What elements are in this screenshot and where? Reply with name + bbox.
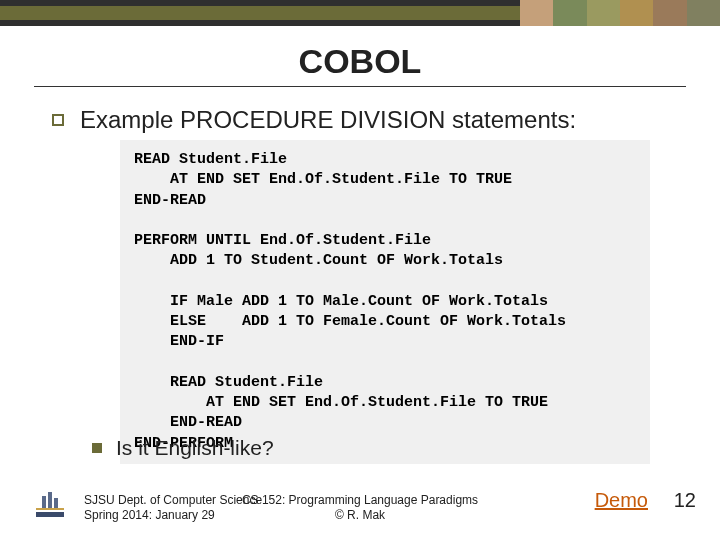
top-bar — [0, 0, 720, 26]
sjsu-logo-icon — [32, 486, 68, 522]
svg-rect-2 — [42, 496, 46, 508]
footer-left: SJSU Dept. of Computer Science Spring 20… — [84, 493, 262, 524]
accent-swatch — [587, 0, 620, 26]
slide-title: COBOL — [0, 42, 720, 81]
bullet-solid-square-icon — [92, 443, 102, 453]
bullet-sub-text: Is it English-like? — [116, 436, 274, 460]
svg-rect-1 — [36, 508, 64, 510]
footer-left-line1: SJSU Dept. of Computer Science — [84, 493, 262, 509]
bullet-sub: Is it English-like? — [92, 436, 274, 460]
accent-swatch — [653, 0, 686, 26]
accent-swatch — [687, 0, 720, 26]
bullet-main: Example PROCEDURE DIVISION statements: — [52, 106, 576, 134]
accent-strip — [520, 0, 720, 26]
accent-swatch — [520, 0, 553, 26]
footer: SJSU Dept. of Computer Science Spring 20… — [0, 470, 720, 524]
bullet-open-square-icon — [52, 114, 64, 126]
svg-rect-5 — [36, 512, 64, 517]
accent-swatch — [553, 0, 586, 26]
bullet-main-text: Example PROCEDURE DIVISION statements: — [80, 106, 576, 134]
svg-rect-4 — [54, 498, 58, 508]
footer-left-line2: Spring 2014: January 29 — [84, 508, 262, 524]
slide: COBOL Example PROCEDURE DIVISION stateme… — [0, 0, 720, 540]
title-underline — [34, 86, 686, 87]
code-block: READ Student.File AT END SET End.Of.Stud… — [120, 140, 650, 464]
slide-number: 12 — [674, 489, 696, 512]
demo-link[interactable]: Demo — [595, 489, 648, 512]
accent-swatch — [620, 0, 653, 26]
svg-rect-3 — [48, 492, 52, 508]
